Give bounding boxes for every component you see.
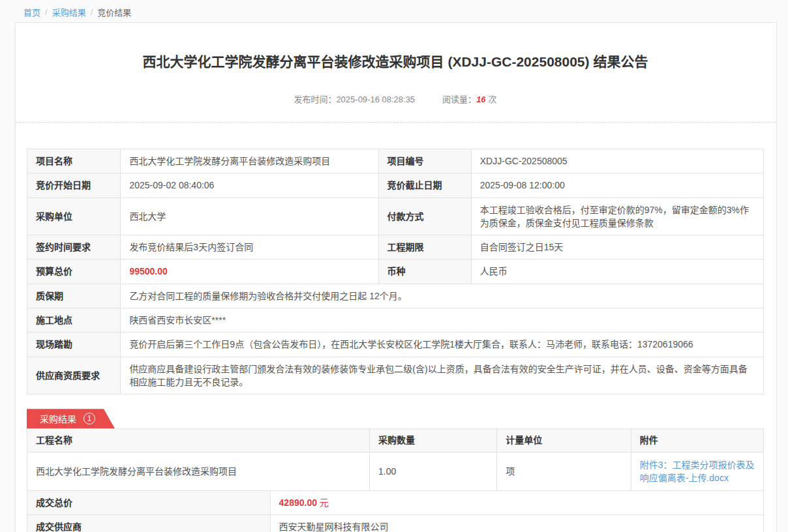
info-value: 2025-09-02 08:40:06 xyxy=(121,173,378,198)
result-unit: 项 xyxy=(497,452,631,491)
breadcrumb-home-link[interactable]: 首页 xyxy=(23,6,40,18)
info-value: XDJJ-GC-202508005 xyxy=(471,149,763,173)
info-label: 签约时间要求 xyxy=(27,235,121,259)
info-label: 预算总价 xyxy=(27,259,121,284)
breadcrumb-procurement-results-link[interactable]: 采购结果 xyxy=(52,6,86,18)
info-label: 项目编号 xyxy=(378,149,471,173)
info-value: 发布竞价结果后3天内签订合同 xyxy=(121,235,378,259)
supplier-value: 西安天勤星网科技有限公司 xyxy=(270,515,763,532)
supplier-label: 成交供应商 xyxy=(27,515,271,532)
page-title: 西北大学化工学院发酵分离平台装修改造采购项目 (XDJJ-GC-20250800… xyxy=(27,54,764,70)
info-label: 竞价开始日期 xyxy=(27,173,121,198)
result-column-header: 附件 xyxy=(631,429,763,452)
total-price-label: 成交总价 xyxy=(27,491,271,515)
views-count: 16 xyxy=(476,95,485,104)
info-label: 项目名称 xyxy=(27,149,121,173)
info-row: 竞价开始日期2025-09-02 08:40:06竞价截止日期2025-09-0… xyxy=(27,173,764,198)
info-label: 工程期限 xyxy=(378,235,471,259)
info-value: 陕西省西安市长安区**** xyxy=(121,308,764,332)
info-row: 施工地点陕西省西安市长安区**** xyxy=(27,308,764,332)
result-project-name: 西北大学化工学院发酵分离平台装修改造采购项目 xyxy=(27,452,370,491)
total-price-unit: 元 xyxy=(320,497,329,508)
breadcrumb: 首页 / 采购结果 / 竞价结果 xyxy=(0,0,788,22)
info-value: 竞价开启后第三个工作日9点（包含公告发布日），在西北大学长安校区化工学院1楼大厅… xyxy=(121,332,764,357)
views-label: 阅读量： xyxy=(442,95,476,104)
result-count-badge: 1 xyxy=(83,413,95,424)
result-row: 西北大学化工学院发酵分离平台装修改造采购项目1.00项附件3：工程类分项报价表及… xyxy=(27,452,764,491)
info-label: 竞价截止日期 xyxy=(378,173,471,198)
info-row: 供应商资质要求供应商应具备建设行政主管部门颁发合法有效的装修装饰专业承包二级(含… xyxy=(27,357,764,394)
info-row: 签约时间要求发布竞价结果后3天内签订合同工程期限自合同签订之日15天 xyxy=(27,235,764,259)
breadcrumb-current-page: 竞价结果 xyxy=(97,6,131,18)
result-column-header: 采购数量 xyxy=(369,429,496,452)
result-quantity: 1.00 xyxy=(369,452,496,491)
info-value: 人民币 xyxy=(471,259,763,284)
total-price-value: 42890.00 元 xyxy=(270,491,763,515)
result-section-badge: 采购结果 1 xyxy=(27,409,115,428)
procurement-result-section: 采购结果 1 工程名称采购数量计量单位附件 西北大学化工学院发酵分离平台装修改造… xyxy=(27,394,764,532)
publish-time-value: 2025-09-16 08:28:35 xyxy=(336,95,415,104)
info-value: 99500.00 xyxy=(121,259,378,284)
result-table-header-row: 工程名称采购数量计量单位附件 xyxy=(27,429,764,452)
result-table: 工程名称采购数量计量单位附件 西北大学化工学院发酵分离平台装修改造采购项目1.0… xyxy=(27,428,764,491)
result-column-header: 计量单位 xyxy=(497,429,631,452)
info-value: 西北大学化工学院发酵分离平台装修改造采购项目 xyxy=(121,149,378,173)
info-label: 采购单位 xyxy=(27,198,121,235)
announcement-card: 西北大学化工学院发酵分离平台装修改造采购项目 (XDJJ-GC-20250800… xyxy=(15,22,777,532)
total-price-row: 成交总价 42890.00 元 xyxy=(27,491,764,515)
breadcrumb-separator: / xyxy=(45,7,48,17)
info-label: 供应商资质要求 xyxy=(27,357,121,394)
info-row: 质保期乙方对合同工程的质量保修期为验收合格并交付使用之日起 12个月。 xyxy=(27,284,764,308)
breadcrumb-separator: / xyxy=(91,7,93,17)
info-value: 自合同签订之日15天 xyxy=(471,235,763,259)
result-attachment-cell: 附件3：工程类分项报价表及响应偏离表-上传.docx xyxy=(631,452,763,491)
info-value: 2025-09-08 12:00:00 xyxy=(471,173,763,198)
publish-meta: 发布时间：2025-09-16 08:28:35阅读量：16次 xyxy=(27,93,764,105)
result-column-header: 工程名称 xyxy=(27,429,370,452)
supplier-row: 成交供应商 西安天勤星网科技有限公司 xyxy=(27,515,764,532)
info-row: 现场踏勘竞价开启后第三个工作日9点（包含公告发布日），在西北大学长安校区化工学院… xyxy=(27,332,764,357)
info-value: 西北大学 xyxy=(121,198,378,235)
info-row: 采购单位西北大学付款方式本工程竣工验收合格后，付至审定价款的97%，留审定金额的… xyxy=(27,198,764,235)
info-label: 现场踏勘 xyxy=(27,332,121,357)
attachment-link[interactable]: 附件3：工程类分项报价表及响应偏离表-上传.docx xyxy=(640,460,755,483)
result-badge-label: 采购结果 xyxy=(40,412,76,425)
project-info-table: 项目名称西北大学化工学院发酵分离平台装修改造采购项目项目编号XDJJ-GC-20… xyxy=(27,149,764,394)
info-label: 施工地点 xyxy=(27,308,121,332)
header-divider xyxy=(16,122,776,123)
info-label: 质保期 xyxy=(27,284,121,308)
info-label: 币种 xyxy=(378,259,471,284)
views-unit: 次 xyxy=(489,95,497,104)
info-row: 项目名称西北大学化工学院发酵分离平台装修改造采购项目项目编号XDJJ-GC-20… xyxy=(27,149,764,173)
info-value: 本工程竣工验收合格后，付至审定价款的97%，留审定金额的3%作为质保金，质保金支… xyxy=(471,198,763,235)
publish-time-label: 发布时间： xyxy=(294,95,336,104)
announcement-header: 西北大学化工学院发酵分离平台装修改造采购项目 (XDJJ-GC-20250800… xyxy=(27,23,764,123)
info-value: 乙方对合同工程的质量保修期为验收合格并交付使用之日起 12个月。 xyxy=(121,284,764,308)
info-value: 供应商应具备建设行政主管部门颁发合法有效的装修装饰专业承包二级(含)以上资质，具… xyxy=(121,357,764,394)
total-price-amount: 42890.00 xyxy=(279,497,317,508)
result-totals-table: 成交总价 42890.00 元 成交供应商 西安天勤星网科技有限公司 xyxy=(27,490,764,532)
info-row: 预算总价99500.00币种人民币 xyxy=(27,259,764,284)
info-label: 付款方式 xyxy=(378,198,471,235)
